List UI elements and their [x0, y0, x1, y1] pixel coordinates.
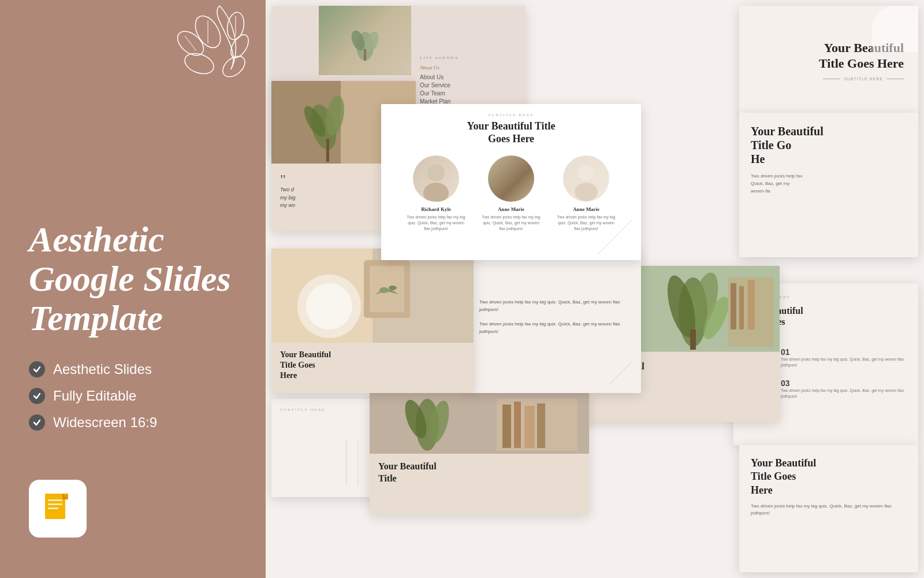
team-avatar-3 — [563, 155, 609, 202]
team-member-1: Richard Kyle Two driven jocks help fax m… — [404, 155, 468, 231]
feature-fully-editable: Fully Editable — [29, 388, 237, 404]
team-avatar-1 — [413, 155, 459, 202]
number-label-2: 03 — [781, 379, 907, 388]
image-slide-title: Your BeautifulTitle GoesHere — [280, 350, 465, 381]
svg-point-22 — [575, 183, 598, 201]
text-content-inner: Two driven jocks help fax my big quiz. Q… — [479, 299, 629, 342]
right-panel: LIST AGENDA About Us About Us Our Servic… — [266, 0, 924, 578]
agenda-items: About Us Our Service Our Team Market Pla… — [420, 74, 517, 106]
svg-rect-29 — [326, 139, 329, 162]
svg-point-7 — [182, 50, 217, 77]
slide-team: SUBTITLE HERE Your Beautiful TitleGoes H… — [381, 104, 641, 260]
svg-rect-54 — [514, 402, 521, 448]
bottom-center-title: Your BeautifulTitle — [378, 461, 580, 485]
team-header: SUBTITLE HERE Your Beautiful TitleGoes H… — [381, 104, 641, 150]
svg-point-33 — [306, 283, 352, 329]
mid-right-title: Your BeautifulTitle GoHe — [751, 124, 907, 166]
member-desc-1: Two driven jocks help fax my big quiz. Q… — [404, 214, 468, 231]
svg-rect-46 — [731, 283, 736, 329]
slide-text-content: Two driven jocks help fax my big quiz. Q… — [468, 249, 641, 393]
team-subtitle-label: SUBTITLE HERE — [393, 113, 629, 117]
title-subtitle: SUBTITLE HERE — [844, 77, 883, 81]
number-label-1: 01 — [781, 347, 907, 357]
svg-rect-18 — [364, 49, 366, 61]
team-avatar-2 — [488, 155, 534, 202]
svg-rect-48 — [748, 280, 755, 329]
svg-point-19 — [427, 164, 445, 181]
text-para-2: Two driven jocks help fax my big quiz. Q… — [479, 321, 629, 336]
agenda-label: LIST AGENDA — [420, 55, 517, 60]
feature-widescreen: Widescreen 16:9 — [29, 414, 237, 431]
agenda-item-service: Our Service — [420, 82, 517, 88]
team-title: Your Beautiful TitleGoes Here — [393, 120, 629, 145]
image-title-text-area: Your BeautifulTitle GoesHere — [271, 343, 474, 388]
bottom-center-image — [370, 393, 589, 454]
check-icon-2 — [29, 388, 45, 404]
svg-rect-47 — [739, 286, 744, 329]
member-name-1: Richard Kyle — [421, 206, 451, 212]
left-panel: Aesthetic Google Slides Template Aesthet… — [0, 0, 266, 578]
svg-rect-10 — [48, 499, 62, 501]
member-name-2: Anne Marie — [498, 206, 524, 212]
features-list: Aesthetic Slides Fully Editable Widescre… — [29, 361, 237, 431]
member-desc-2: Two driven jocks help fax my big quiz. Q… — [479, 214, 543, 231]
agenda-item-team: Our Team — [420, 90, 517, 97]
svg-rect-12 — [48, 507, 58, 509]
slide-bottom-center: Your BeautifulTitle — [370, 393, 589, 514]
image-title-image — [271, 249, 474, 343]
leaf-decoration-icon — [150, 0, 266, 116]
slide-image-title: Your BeautifulTitle GoesHere — [271, 249, 474, 393]
svg-point-20 — [423, 183, 449, 202]
main-title: Aesthetic Google Slides Template — [29, 220, 237, 338]
svg-point-37 — [389, 286, 397, 290]
svg-rect-53 — [502, 405, 511, 448]
svg-rect-44 — [690, 329, 696, 350]
bottom-subtitle-label: SUBTITLE HERE — [280, 407, 378, 412]
number-desc-2: Two driven jocks help fax my big quiz. Q… — [781, 388, 907, 400]
check-icon-3 — [29, 414, 45, 431]
team-member-2: Anne Marie Two driven jocks help fax my … — [479, 155, 543, 231]
google-slides-icon — [29, 480, 87, 538]
feature-aesthetic-slides: Aesthetic Slides — [29, 361, 237, 377]
agenda-item-about: About Us — [420, 74, 517, 80]
svg-rect-55 — [524, 406, 535, 448]
slide-bottom-right: Your BeautifulTitle GoesHere Two driven … — [739, 445, 918, 572]
svg-point-21 — [578, 165, 594, 181]
svg-line-38 — [609, 361, 632, 384]
text-para-1: Two driven jocks help fax my big quiz. Q… — [479, 299, 629, 314]
bottom-right-desc: Two driven jocks help fax my big quiz. Q… — [751, 503, 907, 517]
svg-rect-9 — [45, 494, 65, 519]
svg-point-8 — [219, 52, 249, 81]
number-desc-1: Two driven jocks help fax my big quiz. Q… — [781, 357, 907, 369]
member-name-3: Anne Marie — [573, 206, 599, 212]
svg-line-23 — [598, 220, 632, 254]
slide-title-main: Your Beautiful Title Goes Here SUBTITLE … — [739, 6, 918, 116]
svg-point-36 — [379, 287, 389, 293]
agenda-intro: About Us — [420, 65, 517, 71]
bottom-right-title: Your BeautifulTitle GoesHere — [751, 457, 907, 497]
svg-rect-11 — [48, 503, 62, 505]
slide-mid-right: Your BeautifulTitle GoHe Two driven jock… — [739, 113, 918, 257]
svg-rect-56 — [537, 403, 545, 448]
mid-right-desc: Two driven jocks help faxQuick, Baz, get… — [751, 173, 907, 195]
bottom-center-text: Your BeautifulTitle — [370, 454, 589, 492]
svg-line-5 — [185, 36, 196, 51]
check-icon-1 — [29, 361, 45, 377]
